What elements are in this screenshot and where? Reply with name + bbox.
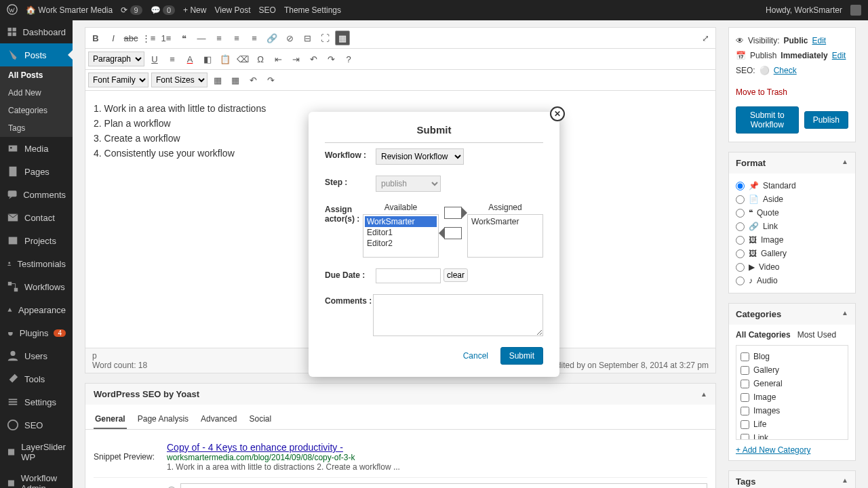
modal-overlay: ✕ Submit Workflow :Revision Workflow Ste…: [0, 0, 868, 488]
comments-textarea[interactable]: [373, 294, 543, 336]
available-actors-list[interactable]: WorkSmarter Editor1 Editor2: [363, 214, 439, 258]
assigned-actors-list[interactable]: WorkSmarter: [467, 214, 543, 258]
due-date-input[interactable]: [376, 268, 441, 283]
cancel-link[interactable]: Cancel: [463, 351, 488, 361]
clear-date-button[interactable]: clear: [443, 268, 468, 282]
unassign-arrow-button[interactable]: [444, 227, 462, 239]
modal-submit-button[interactable]: Submit: [500, 347, 543, 365]
assign-arrow-button[interactable]: [444, 207, 462, 219]
submit-modal: ✕ Submit Workflow :Revision Workflow Ste…: [309, 112, 559, 377]
workflow-select[interactable]: Revision Workflow: [376, 148, 464, 165]
close-icon[interactable]: ✕: [550, 106, 565, 121]
step-select[interactable]: publish: [376, 176, 441, 192]
